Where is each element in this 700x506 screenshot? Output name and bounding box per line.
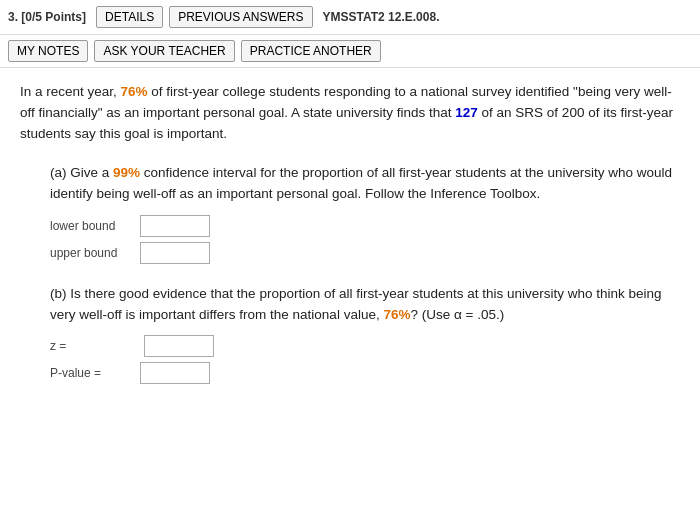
question-label: 3. [0/5 Points]: [8, 10, 86, 24]
lower-bound-label: lower bound: [50, 219, 140, 233]
lower-bound-input[interactable]: [140, 215, 210, 237]
part-b-text-2: ? (Use α = .05.): [410, 307, 504, 322]
problem-highlight-127: 127: [455, 105, 478, 120]
top-bar: 3. [0/5 Points] DETAILS PREVIOUS ANSWERS…: [0, 0, 700, 35]
pvalue-row: P-value =: [50, 362, 680, 384]
part-a-prefix: (a) Give a: [50, 165, 113, 180]
part-a: (a) Give a 99% confidence interval for t…: [50, 163, 680, 264]
z-row: z =: [50, 335, 680, 357]
upper-bound-input[interactable]: [140, 242, 210, 264]
part-b-text-1: (b) Is there good evidence that the prop…: [50, 286, 662, 322]
z-input[interactable]: [144, 335, 214, 357]
part-b-text: (b) Is there good evidence that the prop…: [50, 284, 680, 326]
course-code: YMSSTAT2 12.E.008.: [323, 10, 440, 24]
part-a-highlight-99: 99%: [113, 165, 140, 180]
ask-teacher-button[interactable]: ASK YOUR TEACHER: [94, 40, 234, 62]
part-b-highlight-76: 76%: [383, 307, 410, 322]
z-label: z =: [50, 339, 140, 353]
pvalue-input[interactable]: [140, 362, 210, 384]
part-b: (b) Is there good evidence that the prop…: [50, 284, 680, 385]
upper-bound-label: upper bound: [50, 246, 140, 260]
lower-bound-row: lower bound: [50, 215, 680, 237]
upper-bound-row: upper bound: [50, 242, 680, 264]
problem-text-1: In a recent year,: [20, 84, 121, 99]
content-area: In a recent year, 76% of first-year coll…: [0, 68, 700, 418]
previous-answers-button[interactable]: PREVIOUS ANSWERS: [169, 6, 312, 28]
practice-another-button[interactable]: PRACTICE ANOTHER: [241, 40, 381, 62]
my-notes-button[interactable]: MY NOTES: [8, 40, 88, 62]
pvalue-label: P-value =: [50, 366, 140, 380]
part-a-text: (a) Give a 99% confidence interval for t…: [50, 163, 680, 205]
second-bar: MY NOTES ASK YOUR TEACHER PRACTICE ANOTH…: [0, 35, 700, 68]
details-button[interactable]: DETAILS: [96, 6, 163, 28]
problem-highlight-76: 76%: [121, 84, 148, 99]
part-a-text-body: confidence interval for the proportion o…: [50, 165, 672, 201]
problem-text: In a recent year, 76% of first-year coll…: [20, 82, 680, 145]
